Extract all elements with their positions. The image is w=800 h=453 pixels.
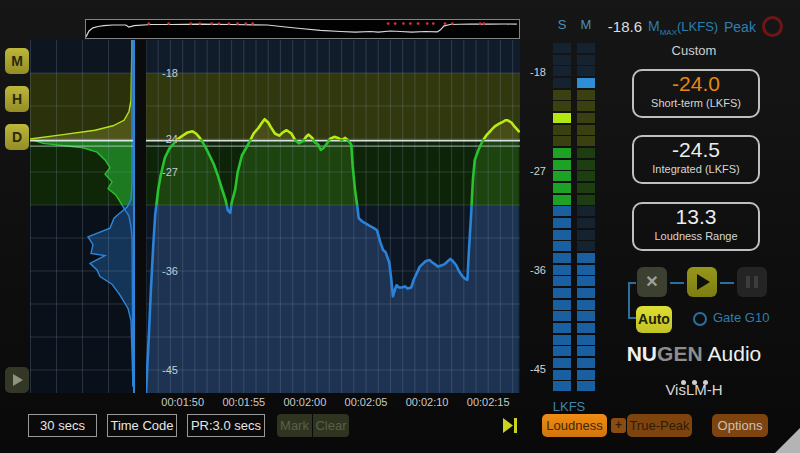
- meter-scale-label: -36: [514, 264, 546, 276]
- meter-segment-m: [577, 183, 595, 193]
- loudness-range-value: 13.3: [634, 204, 758, 230]
- auto-button[interactable]: Auto: [636, 306, 672, 333]
- meter-segment-s: [553, 288, 571, 298]
- replay-button[interactable]: [5, 367, 29, 393]
- transport-connector: [670, 282, 684, 284]
- svg-text:-24: -24: [162, 133, 178, 145]
- true-peak-over-marker: [394, 22, 397, 25]
- meter-mode-h-button[interactable]: H: [5, 86, 29, 112]
- gate-radio-button[interactable]: [693, 312, 707, 326]
- meter-scale-label: -27: [514, 165, 546, 177]
- resize-grip[interactable]: [775, 428, 800, 453]
- loudness-range-label: Loudness Range: [634, 230, 758, 242]
- svg-text:00:02:05: 00:02:05: [345, 396, 388, 408]
- loudness-range-readout[interactable]: 13.3 Loudness Range: [632, 202, 760, 251]
- meter-segment-m: [577, 206, 595, 216]
- momentary-max-value: -18.6: [594, 18, 642, 35]
- true-peak-over-marker: [210, 22, 213, 25]
- meter-segment-s: [553, 241, 571, 251]
- reset-icon: ✕: [645, 273, 658, 290]
- true-peak-over-marker: [251, 22, 254, 25]
- meter-segment-s: [553, 183, 571, 193]
- meter-segment-m: [577, 323, 595, 333]
- true-peak-over-marker: [147, 22, 150, 25]
- meter-segment-m: [577, 78, 595, 88]
- play-button[interactable]: [687, 267, 717, 297]
- meter-segment-m: [577, 265, 595, 275]
- meter-segment-m: [577, 230, 595, 240]
- gate-label: Gate G10: [713, 310, 769, 325]
- short-term-readout[interactable]: -24.0 Short-term (LKFS): [632, 69, 760, 118]
- play-icon: [697, 274, 710, 290]
- pause-icon: [754, 276, 758, 288]
- integrated-label: Integrated (LKFS): [634, 163, 758, 175]
- peak-indicator-led[interactable]: [762, 16, 783, 37]
- meter-segment-s: [553, 113, 571, 123]
- meter-segment-m: [577, 253, 595, 263]
- add-view-button[interactable]: +: [611, 418, 626, 433]
- practical-range-button[interactable]: PR:3.0 secs: [187, 414, 265, 437]
- meter-segment-m: [577, 381, 595, 391]
- meter-segment-s: [553, 171, 571, 181]
- options-button[interactable]: Options: [712, 414, 768, 437]
- true-peak-over-marker: [483, 22, 486, 25]
- pause-button[interactable]: [737, 267, 767, 297]
- meter-segment-s: [553, 78, 571, 88]
- mark-button[interactable]: Mark: [277, 414, 312, 437]
- meter-segment-s: [553, 323, 571, 333]
- meter-segment-m: [577, 288, 595, 298]
- meter-segment-s: [553, 335, 571, 345]
- meter-segment-m: [577, 160, 595, 170]
- tab-loudness[interactable]: Loudness: [542, 414, 607, 437]
- svg-text:00:02:00: 00:02:00: [283, 396, 326, 408]
- skip-to-end-icon[interactable]: [502, 417, 519, 434]
- momentary-max-label: MMAX(LKFS): [648, 18, 718, 37]
- svg-text:00:02:10: 00:02:10: [406, 396, 449, 408]
- true-peak-over-marker: [417, 22, 420, 25]
- integrated-readout[interactable]: -24.5 Integrated (LKFS): [632, 135, 760, 184]
- true-peak-over-marker: [167, 22, 170, 25]
- reset-button[interactable]: ✕: [637, 267, 667, 297]
- meter-segment-s: [553, 253, 571, 263]
- preset-name: Custom: [632, 43, 756, 58]
- meter-scale-label: -18: [514, 66, 546, 78]
- loudness-history-chart[interactable]: -18-24-27-36-4500:01:5000:01:5500:02:000…: [30, 40, 520, 415]
- true-peak-over-marker: [199, 22, 202, 25]
- svg-text:-45: -45: [162, 364, 178, 376]
- meter-segment-s: [553, 311, 571, 321]
- meter-segment-m: [577, 335, 595, 345]
- meter-segment-s: [553, 101, 571, 111]
- clear-button[interactable]: Clear: [313, 414, 349, 437]
- timecode-mode-button[interactable]: Time Code: [107, 414, 177, 437]
- true-peak-over-marker: [387, 22, 390, 25]
- tab-true-peak[interactable]: True-Peak: [627, 414, 692, 437]
- meter-segment-m: [577, 241, 595, 251]
- transport-connector: [628, 282, 630, 319]
- meter-segment-s: [553, 370, 571, 380]
- meter-segment-s: [553, 358, 571, 368]
- meter-mode-m-button[interactable]: M: [5, 48, 29, 74]
- meter-segment-s: [553, 381, 571, 391]
- meter-segment-m: [577, 113, 595, 123]
- meter-segment-s: [553, 218, 571, 228]
- meter-segment-s: [553, 195, 571, 205]
- svg-text:-18: -18: [162, 67, 178, 79]
- meter-segment-m: [577, 136, 595, 146]
- nugen-audio-logo: NUGENAudio: [612, 342, 776, 366]
- peak-label: Peak: [724, 19, 756, 35]
- meter-segment-s: [553, 206, 571, 216]
- meter-segment-m: [577, 66, 595, 76]
- product-name: VisLM-H: [612, 381, 776, 398]
- play-arrow-icon: [13, 374, 23, 386]
- meter-segment-s: [553, 125, 571, 135]
- true-peak-over-marker: [479, 22, 482, 25]
- meter-segment-s: [553, 148, 571, 158]
- true-peak-over-marker: [426, 22, 429, 25]
- short-term-value: -24.0: [634, 71, 758, 97]
- overview-waveform: [86, 20, 519, 38]
- transport-connector: [630, 282, 636, 284]
- loudness-overview-strip[interactable]: [85, 19, 520, 39]
- meter-mode-d-button[interactable]: D: [5, 124, 29, 150]
- window-length-button[interactable]: 30 secs: [28, 414, 97, 437]
- meter-unit-label: LKFS: [543, 399, 595, 414]
